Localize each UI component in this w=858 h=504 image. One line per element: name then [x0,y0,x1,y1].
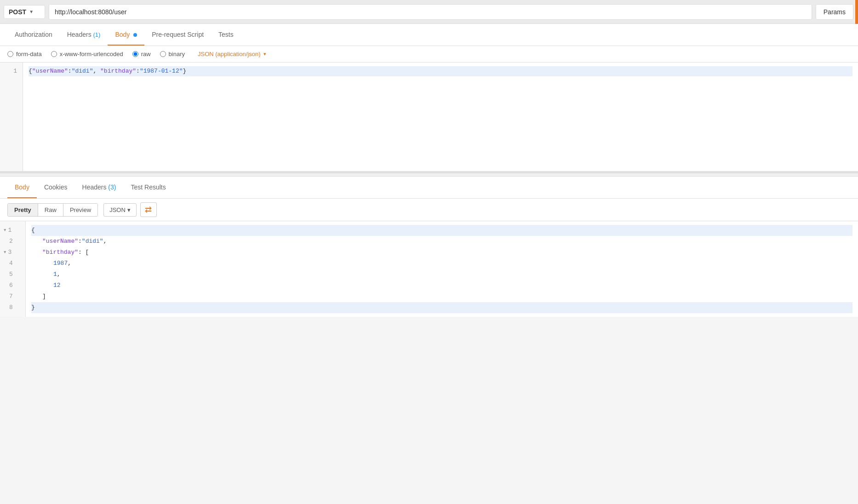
response-line-numbers: ▼ 1 2 ▼ 3 4 5 6 [0,221,26,317]
body-dot-indicator [133,33,137,37]
request-code-line-1: {"userName":"didi", "birthday":"1987-01-… [29,66,852,76]
resp-code-line-3: "birthday" : [ [31,247,852,258]
tab-body[interactable]: Body [108,24,144,46]
resp-line-num-6: 6 [0,280,25,291]
format-group: Pretty Raw Preview [7,203,98,217]
form-data-radio[interactable] [7,51,13,57]
section-divider [0,173,858,177]
resp-line-num-5: 5 [0,269,25,280]
resp-line-num-1: ▼ 1 [0,225,25,236]
tab-pre-request[interactable]: Pre-request Script [144,24,211,46]
resp-code-line-1: { [31,225,852,236]
resp-code-line-8: } [31,302,852,313]
response-code-content: { "userName" : "didi" , "birthday" : [ 1… [26,221,858,317]
collapse-3-icon[interactable]: ▼ [4,247,6,258]
raw-button[interactable]: Raw [38,204,63,216]
method-chevron-icon: ▼ [29,9,34,14]
resp-code-line-7: ] [31,291,852,302]
x-www-option[interactable]: x-www-form-urlencoded [51,51,123,57]
json-chevron-icon: ▾ [127,206,131,213]
top-bar: POST ▼ Params [0,0,858,24]
wrap-button[interactable]: ⇄ [140,202,157,217]
resp-code-line-4: 1987 , [31,258,852,269]
resp-line-num-3: ▼ 3 [0,247,25,258]
resp-tab-cookies[interactable]: Cookies [37,177,75,198]
resp-line-num-7: 7 [0,291,25,302]
x-www-radio[interactable] [51,51,57,57]
resp-headers-badge: (3) [108,183,116,191]
req-line-num-1: 1 [0,66,23,76]
request-tabs-bar: Authorization Headers (1) Body Pre-reque… [0,24,858,46]
form-data-option[interactable]: form-data [7,51,42,57]
resp-tab-test-results[interactable]: Test Results [123,177,173,198]
resp-tab-headers[interactable]: Headers (3) [75,177,124,198]
method-label: POST [9,8,26,16]
binary-option[interactable]: binary [160,51,185,57]
request-body-editor[interactable]: 1 {"userName":"didi", "birthday":"1987-0… [0,63,858,173]
json-format-dropdown[interactable]: JSON (application/json) ▾ [198,51,266,57]
json-format-button[interactable]: JSON ▾ [103,203,137,217]
resp-code-line-2: "userName" : "didi" , [31,236,852,247]
preview-button[interactable]: Preview [63,204,97,216]
url-input[interactable] [49,4,812,20]
resp-line-num-8: 8 [0,302,25,313]
body-options-bar: form-data x-www-form-urlencoded raw bina… [0,46,858,63]
response-code-viewer: ▼ 1 2 ▼ 3 4 5 6 [0,221,858,317]
response-tabs-bar: Body Cookies Headers (3) Test Results [0,177,858,199]
binary-radio[interactable] [160,51,166,57]
collapse-1-icon[interactable]: ▼ [4,225,6,236]
headers-badge: (1) [93,31,101,38]
response-section: Body Cookies Headers (3) Test Results Pr… [0,177,858,317]
params-button[interactable]: Params [816,4,853,20]
resp-line-num-4: 4 [0,258,25,269]
wrap-icon: ⇄ [145,205,152,215]
raw-option[interactable]: raw [132,51,151,57]
pretty-button[interactable]: Pretty [8,204,38,216]
method-selector[interactable]: POST ▼ [4,5,45,19]
tab-headers[interactable]: Headers (1) [60,24,108,46]
send-button-accent [855,0,858,24]
resp-tab-body[interactable]: Body [7,177,37,198]
request-line-numbers: 1 [0,63,23,171]
resp-code-line-5: 1 , [31,269,852,280]
tab-authorization[interactable]: Authorization [7,24,60,46]
tab-tests[interactable]: Tests [211,24,241,46]
request-code-content[interactable]: {"userName":"didi", "birthday":"1987-01-… [23,63,858,171]
resp-line-num-2: 2 [0,236,25,247]
resp-code-line-6: 12 [31,280,852,291]
raw-radio[interactable] [132,51,138,57]
format-chevron-icon: ▾ [263,51,266,57]
response-toolbar: Pretty Raw Preview JSON ▾ ⇄ [0,199,858,221]
